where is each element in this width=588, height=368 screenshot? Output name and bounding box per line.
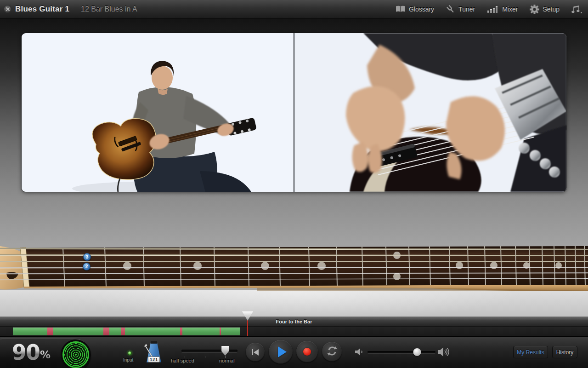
half-speed-label: half speed [171,358,194,363]
rewind-button[interactable] [246,343,265,362]
notation-toggle-button[interactable] [571,5,582,14]
volume-high-icon [437,346,450,359]
lesson-window: Blues Guitar 1 12 Bar Blues in A Glossar… [0,0,588,368]
performance-bar-good [13,328,240,335]
picking-hand-closeup-video [294,33,566,192]
volume-knob[interactable] [413,348,421,356]
music-notes-icon [571,5,582,14]
table-highlight-band [0,290,588,316]
tuning-fork-icon [446,5,455,14]
input-led-icon [128,351,132,355]
rewind-icon [252,349,259,356]
control-bar: 90 % Input 121 half speed normal [0,336,588,368]
setup-button[interactable]: Setup [530,5,560,14]
finger-marker-3: 3 [83,253,91,261]
toolbar: Blues Guitar 1 12 Bar Blues in A Glossar… [0,0,588,18]
setup-label: Setup [543,6,560,13]
play-button[interactable] [269,340,293,364]
play-icon [278,346,287,357]
performance-strip [0,327,588,336]
glossary-label: Glossary [409,6,434,13]
instructor-wide-shot-video [22,33,294,192]
my-results-button[interactable]: My Results [513,346,548,358]
concentric-rings-icon [62,341,89,368]
video-panels [22,33,566,192]
record-icon [303,348,311,356]
cycle-icon [327,345,338,358]
finger-marker-3-label: 3 [86,254,89,259]
score-value: 90 [12,340,40,365]
glossary-button[interactable]: Glossary [396,6,434,13]
book-icon [396,6,406,13]
mixer-button[interactable]: Mixer [487,5,518,13]
mixer-label: Mixer [502,6,518,13]
score-display: 90 % [0,339,91,368]
performance-miss-segment [220,328,221,335]
history-button[interactable]: History [552,346,577,358]
volume-low-icon [355,347,365,358]
performance-miss-segment [121,328,125,335]
cycle-button[interactable] [322,342,342,362]
playhead-line [247,320,248,336]
finger-marker-2-label: 2 [85,264,88,269]
performance-miss-segment [180,328,182,335]
speed-slider-handle[interactable] [221,346,229,356]
section-label: Four to the Bar [0,319,588,324]
metronome-cap [151,341,157,344]
tuner-label: Tuner [458,6,475,13]
tuner-button[interactable]: Tuner [446,5,475,14]
metronome-tempo: 121 [148,356,160,362]
performance-miss-segment [47,328,53,335]
close-icon[interactable] [4,5,11,13]
volume-slider[interactable] [368,351,435,353]
gear-icon [530,5,539,14]
metronome-button[interactable]: 121 [145,341,163,363]
input-label: Input [123,357,133,362]
normal-speed-label: normal [219,358,235,363]
score-unit: % [40,349,51,361]
finger-marker-2: 2 [83,263,90,270]
performance-miss-segment [103,328,109,335]
speed-tick [205,356,205,358]
page-title: Blues Guitar 1 [15,5,69,14]
record-button[interactable] [296,341,318,362]
page-subtitle: 12 Bar Blues in A [81,5,137,13]
eq-bars-icon [487,5,499,13]
speed-slider[interactable] [181,350,237,352]
